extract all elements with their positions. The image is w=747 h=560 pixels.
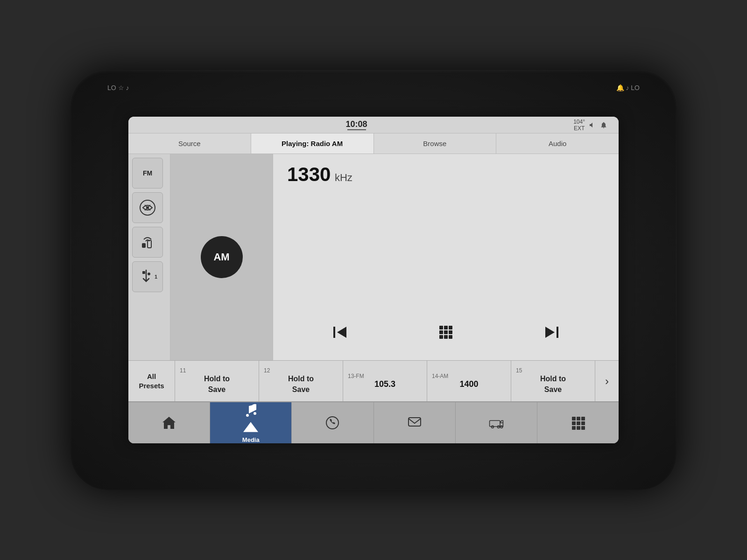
preset-num-14: 14-AM (432, 373, 448, 379)
preset-label-15: Hold toSave (540, 374, 566, 395)
svg-rect-28 (577, 417, 580, 420)
svg-point-5 (148, 273, 150, 275)
svg-point-25 (497, 426, 500, 428)
fm-label: FM (143, 169, 152, 177)
svg-rect-2 (142, 243, 146, 248)
svg-rect-3 (148, 240, 151, 248)
main-content: FM (128, 154, 619, 360)
svg-rect-8 (439, 326, 443, 329)
usb-label: 1 (155, 274, 157, 280)
presets-bar: AllPresets 11 Hold toSave 12 Hold toSave… (128, 360, 619, 401)
tab-browse[interactable]: Browse (374, 133, 497, 154)
preset-sub-13: 105.3 (374, 379, 395, 389)
svg-rect-10 (449, 326, 452, 329)
svg-point-24 (491, 426, 493, 428)
preset-num-13: 13-FM (348, 373, 364, 379)
bell-icon (600, 121, 607, 129)
nav-vehicle-button[interactable] (456, 402, 537, 443)
svg-rect-17 (557, 327, 558, 338)
preset-nav-arrow: › (605, 375, 609, 388)
nav-messages-button[interactable] (374, 402, 456, 443)
grid-button[interactable] (432, 318, 460, 346)
bottom-nav: Media (128, 401, 619, 443)
preset-num-15: 15 (516, 367, 522, 374)
svg-rect-4 (142, 271, 145, 274)
svg-rect-29 (581, 417, 585, 420)
am-badge-label: AM (213, 251, 229, 263)
preset-item-11[interactable]: 11 Hold toSave (175, 361, 259, 401)
svg-rect-11 (439, 330, 443, 334)
music-icon (243, 403, 258, 418)
nav-tabs: Source Playing: Radio AM Browse Audio (128, 133, 619, 154)
top-bezel-indicators: LO ☆ ♪ 🔔 ♪ LO (70, 84, 677, 91)
nav-media-button[interactable]: Media (210, 402, 292, 443)
tab-audio[interactable]: Audio (496, 133, 619, 154)
svg-rect-9 (444, 326, 448, 329)
volume-icon (589, 121, 596, 129)
preset-label-11: Hold toSave (204, 374, 230, 395)
status-center: 10:08 (346, 120, 367, 130)
svg-rect-14 (439, 335, 443, 339)
messages-icon (407, 415, 422, 430)
status-time: 10:08 (346, 120, 367, 128)
svg-rect-31 (577, 421, 580, 425)
svg-rect-16 (449, 335, 452, 339)
am-badge: AM (201, 236, 243, 278)
tab-playing[interactable]: Playing: Radio AM (251, 133, 374, 154)
source-btn-usb[interactable]: 1 (132, 261, 163, 292)
preset-item-12[interactable]: 12 Hold toSave (259, 361, 343, 401)
preset-item-14[interactable]: 14-AM 1400 (427, 361, 511, 401)
left-climate-lo: LO ☆ ♪ (107, 84, 129, 91)
preset-item-15[interactable]: 15 Hold toSave (511, 361, 595, 401)
preset-all-button[interactable]: AllPresets (128, 361, 175, 401)
nav-apps-button[interactable] (537, 402, 619, 443)
station-unit: kHz (335, 172, 352, 183)
svg-rect-35 (581, 426, 585, 430)
svg-rect-27 (572, 417, 576, 420)
source-btn-sirius[interactable] (132, 192, 163, 223)
truck-icon (489, 415, 504, 430)
nav-home-button[interactable] (128, 402, 210, 443)
station-art-area: AM (170, 154, 273, 360)
station-frequency-display: 1330 kHz (287, 163, 605, 186)
phone-icon (325, 415, 340, 430)
preset-num-12: 12 (264, 367, 270, 374)
svg-marker-7 (337, 327, 346, 338)
svg-marker-18 (545, 327, 555, 338)
status-right: 104° EXT (573, 119, 607, 132)
screen: 10:08 104° EXT Source Playing: Radio AM … (128, 117, 619, 443)
status-bar: 10:08 104° EXT (128, 117, 619, 133)
svg-rect-33 (572, 426, 576, 430)
media-up-arrow (243, 420, 258, 434)
tab-source[interactable]: Source (128, 133, 251, 154)
svg-marker-20 (243, 422, 258, 432)
next-button[interactable] (538, 318, 566, 346)
outer-bezel: LO ☆ ♪ 🔔 ♪ LO 10:08 104° EXT So (70, 70, 677, 490)
usb-icon (138, 268, 155, 285)
svg-point-26 (500, 426, 503, 428)
source-sidebar: FM (128, 154, 170, 360)
preset-item-13[interactable]: 13-FM 105.3 (343, 361, 427, 401)
svg-rect-12 (444, 330, 448, 334)
source-btn-fm[interactable]: FM (132, 158, 163, 189)
station-freq: 1330 (287, 163, 331, 185)
svg-rect-32 (581, 421, 585, 425)
source-btn-aux[interactable] (132, 227, 163, 258)
preset-num-11: 11 (180, 367, 186, 374)
right-climate-lo: 🔔 ♪ LO (616, 84, 640, 91)
prev-button[interactable] (326, 318, 354, 346)
svg-rect-34 (577, 426, 580, 430)
nav-phone-button[interactable] (292, 402, 374, 443)
svg-rect-22 (409, 418, 421, 426)
nav-media-label: Media (242, 436, 260, 443)
sirius-icon (139, 199, 156, 216)
preset-next-button[interactable]: › (595, 361, 619, 401)
preset-sub-14: 1400 (459, 379, 478, 389)
preset-label-12: Hold toSave (288, 374, 314, 395)
info-controls: 1330 kHz (273, 154, 619, 360)
home-icon (162, 415, 176, 430)
svg-rect-15 (444, 335, 448, 339)
status-temp: 104° EXT (573, 119, 585, 132)
playback-controls (287, 314, 605, 351)
svg-rect-13 (449, 330, 452, 334)
